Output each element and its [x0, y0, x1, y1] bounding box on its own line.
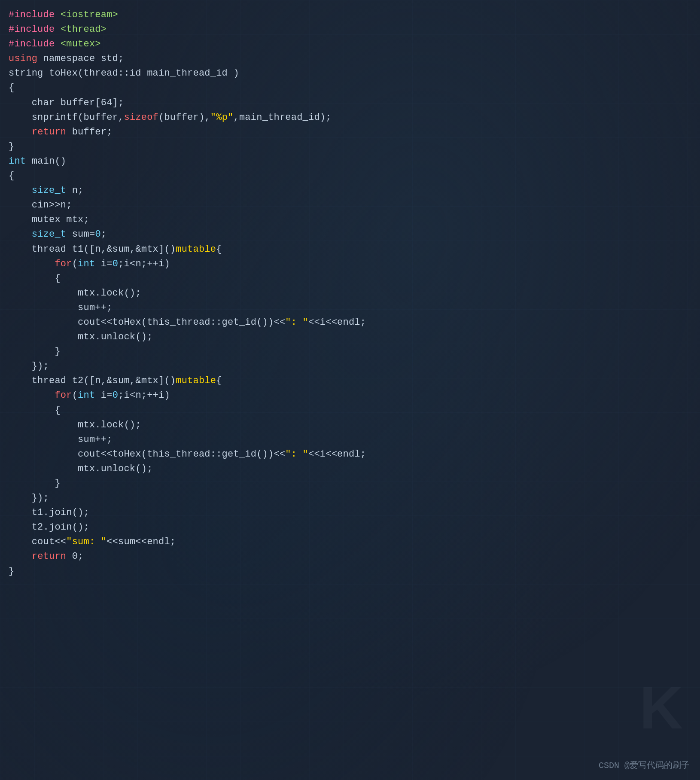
- code-line-33: }: [9, 476, 691, 491]
- code-line-3: #include <mutex>: [9, 37, 691, 52]
- code-line-16: size_t sum=0;: [9, 227, 691, 242]
- code-line-10: }: [9, 140, 691, 154]
- code-line-26: thread t2([n,&sum,&mtx]()mutable{: [9, 374, 691, 388]
- code-line-28: {: [9, 403, 691, 418]
- code-line-1: #include <iostream>: [9, 8, 691, 22]
- code-line-8: snprintf(buffer,sizeof(buffer),"%p",main…: [9, 110, 691, 125]
- code-line-25: });: [9, 359, 691, 374]
- code-line-20: mtx.lock();: [9, 286, 691, 301]
- code-line-9: return buffer;: [9, 125, 691, 140]
- watermark-letter: K: [639, 661, 683, 754]
- code-line-2: #include <thread>: [9, 22, 691, 37]
- code-line-12: {: [9, 169, 691, 183]
- code-line-34: });: [9, 491, 691, 506]
- code-line-15: mutex mtx;: [9, 213, 691, 227]
- code-line-24: }: [9, 344, 691, 359]
- code-line-39: }: [9, 564, 691, 579]
- code-line-38: return 0;: [9, 549, 691, 564]
- code-line-19: {: [9, 271, 691, 286]
- code-line-4: using namespace std;: [9, 52, 691, 66]
- code-line-30: sum++;: [9, 433, 691, 447]
- code-line-13: size_t n;: [9, 183, 691, 198]
- code-line-27: for(int i=0;i<n;++i): [9, 388, 691, 403]
- code-line-6: {: [9, 81, 691, 95]
- code-line-18: for(int i=0;i<n;++i): [9, 257, 691, 271]
- code-line-23: mtx.unlock();: [9, 330, 691, 344]
- code-line-5: string toHex(thread::id main_thread_id ): [9, 66, 691, 81]
- code-line-7: char buffer[64];: [9, 96, 691, 110]
- code-line-11: int main(): [9, 154, 691, 169]
- code-line-35: t1.join();: [9, 506, 691, 520]
- code-line-31: cout<<toHex(this_thread::get_id())<<": "…: [9, 447, 691, 462]
- code-line-37: cout<<"sum: "<<sum<<endl;: [9, 535, 691, 549]
- code-line-14: cin>>n;: [9, 198, 691, 213]
- code-block: #include <iostream> #include <thread> #i…: [0, 0, 700, 605]
- footer-credit: CSDN @爱写代码的刷子: [599, 759, 690, 772]
- code-line-29: mtx.lock();: [9, 418, 691, 433]
- code-line-22: cout<<toHex(this_thread::get_id())<<": "…: [9, 315, 691, 330]
- code-line-21: sum++;: [9, 301, 691, 315]
- code-line-36: t2.join();: [9, 520, 691, 535]
- code-line-32: mtx.unlock();: [9, 462, 691, 476]
- code-line-17: thread t1([n,&sum,&mtx]()mutable{: [9, 242, 691, 257]
